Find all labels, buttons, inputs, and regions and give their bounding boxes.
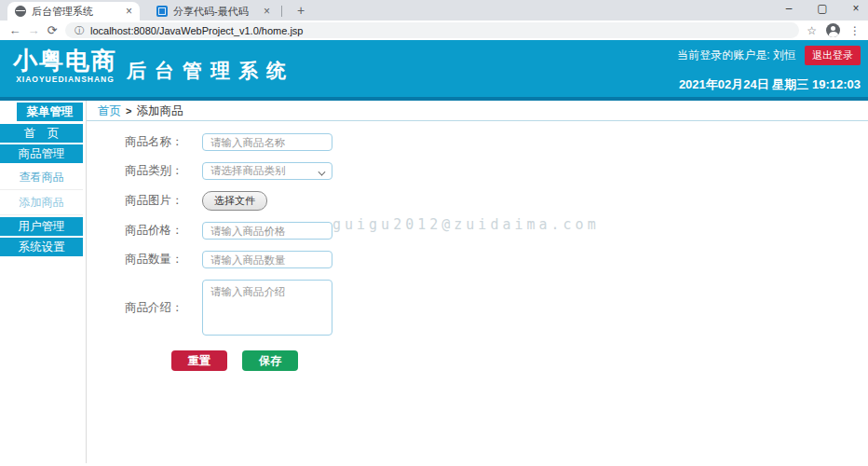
- product-category-label: 商品类别：: [125, 163, 202, 179]
- maximize-icon[interactable]: ▢: [816, 2, 829, 15]
- logo: 小粤电商 XIAOYUEDIANSHANG: [13, 48, 117, 84]
- browser-menu-icon[interactable]: ⋮: [849, 24, 861, 37]
- product-price-input[interactable]: [202, 222, 332, 240]
- form-row-product-category: 商品类别： 请选择商品类别: [125, 162, 868, 180]
- sidebar-item-view-products[interactable]: 查看商品: [0, 165, 83, 190]
- back-icon[interactable]: ←: [6, 23, 24, 37]
- add-product-form: 商品名称： 商品类别： 请选择商品类别 商品图片： 选择文件 商品价格： 商品数…: [87, 121, 868, 371]
- zuidaima-favicon-icon: [156, 6, 168, 17]
- minimize-icon[interactable]: –: [782, 2, 795, 15]
- close-icon[interactable]: ×: [849, 2, 862, 15]
- product-quantity-input[interactable]: [202, 251, 332, 268]
- browser-tab-admin[interactable]: 后台管理系统 ×: [7, 2, 140, 21]
- browser-addressbar: ← → ⟳ ⓘ localhost:8080/JavaWebProject_v1…: [0, 21, 868, 40]
- sidebar-header-menu-management: 菜单管理: [17, 103, 83, 121]
- reset-button[interactable]: 重置: [171, 350, 227, 371]
- app-header: 小粤电商 XIAOYUEDIANSHANG 后台管理系统 当前登录的账户是: 刘…: [0, 40, 868, 101]
- save-button[interactable]: 保存: [242, 350, 298, 371]
- logo-subtext: XIAOYUEDIANSHANG: [13, 75, 117, 84]
- page-body: 菜单管理 首 页 商品管理 查看商品 添加商品 用户管理 系统设置 首页>添加商…: [0, 101, 868, 463]
- account-info: 当前登录的账户是: 刘恒 退出登录: [677, 46, 861, 65]
- bookmark-star-icon[interactable]: ☆: [807, 24, 817, 37]
- sidebar-item-user-management[interactable]: 用户管理: [0, 217, 83, 236]
- form-row-product-name: 商品名称：: [125, 133, 868, 151]
- profile-avatar-icon[interactable]: [826, 23, 840, 37]
- sidebar-item-system-settings[interactable]: 系统设置: [0, 238, 83, 256]
- sidebar-item-add-product[interactable]: 添加商品: [0, 190, 83, 215]
- choose-file-button[interactable]: 选择文件: [202, 191, 267, 211]
- browser-tab-zuidaima[interactable]: 分享代码-最代码 ×: [149, 2, 278, 21]
- breadcrumb: 首页>添加商品: [87, 101, 868, 121]
- new-tab-button[interactable]: +: [293, 3, 308, 18]
- reload-icon[interactable]: ⟳: [43, 23, 61, 37]
- sidebar-item-product-management[interactable]: 商品管理: [0, 144, 83, 163]
- globe-favicon-icon: [15, 6, 26, 17]
- product-price-label: 商品价格：: [125, 223, 202, 239]
- logo-text: 小粤电商: [13, 48, 117, 74]
- chevron-down-icon: [319, 168, 326, 175]
- product-image-label: 商品图片：: [125, 193, 202, 209]
- product-name-input[interactable]: [202, 133, 332, 151]
- tab-title: 后台管理系统: [32, 5, 122, 19]
- breadcrumb-separator: >: [126, 105, 131, 116]
- product-name-label: 商品名称：: [125, 134, 202, 150]
- select-placeholder: 请选择商品类别: [210, 164, 319, 178]
- form-row-product-price: 商品价格：: [125, 222, 868, 240]
- forward-icon: →: [24, 23, 43, 37]
- tab-title: 分享代码-最代码: [173, 5, 260, 19]
- breadcrumb-current: 添加商品: [136, 104, 183, 117]
- form-row-product-quantity: 商品数量：: [125, 251, 868, 268]
- url-input[interactable]: ⓘ localhost:8080/JavaWebProject_v1.0/hom…: [65, 22, 799, 38]
- form-buttons: 重置 保存: [171, 350, 868, 371]
- tab-separator: [281, 6, 282, 17]
- sidebar-item-home[interactable]: 首 页: [0, 124, 83, 143]
- tab-close-icon[interactable]: ×: [126, 5, 132, 18]
- sidebar: 菜单管理 首 页 商品管理 查看商品 添加商品 用户管理 系统设置: [0, 101, 87, 463]
- current-account-label: 当前登录的账户是: 刘恒: [677, 48, 795, 63]
- window-controls: – ▢ ×: [782, 2, 862, 15]
- form-row-product-description: 商品介绍：: [125, 280, 868, 336]
- product-quantity-label: 商品数量：: [125, 252, 202, 267]
- page-info-icon[interactable]: ⓘ: [75, 24, 84, 37]
- product-description-textarea[interactable]: [202, 280, 332, 336]
- page-title: 后台管理系统: [127, 58, 294, 84]
- breadcrumb-home-link[interactable]: 首页: [98, 104, 121, 117]
- main-content: 首页>添加商品 商品名称： 商品类别： 请选择商品类别 商品图片： 选择文件 商…: [87, 101, 868, 463]
- url-text: localhost:8080/JavaWebProject_v1.0/home.…: [90, 25, 304, 36]
- tab-close-icon[interactable]: ×: [264, 5, 270, 18]
- logout-button[interactable]: 退出登录: [805, 46, 861, 65]
- product-category-select[interactable]: 请选择商品类别: [202, 162, 332, 180]
- browser-tabstrip: 后台管理系统 × 分享代码-最代码 × + – ▢ ×: [0, 0, 868, 21]
- datetime-display: 2021年02月24日 星期三 19:12:03: [679, 76, 861, 93]
- product-description-label: 商品介绍：: [125, 300, 202, 316]
- addressbar-actions: ☆ ⋮: [807, 23, 861, 37]
- form-row-product-image: 商品图片： 选择文件: [125, 191, 868, 211]
